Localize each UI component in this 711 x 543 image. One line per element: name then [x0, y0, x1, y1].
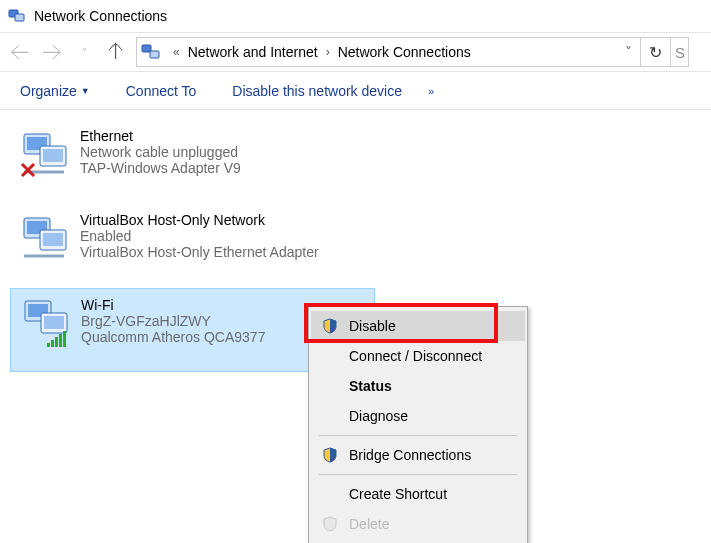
ctx-delete[interactable]: Delete	[311, 509, 525, 539]
breadcrumb-seg-2[interactable]: Network Connections	[336, 44, 473, 60]
adapter-status: Enabled	[80, 228, 319, 244]
shield-icon	[319, 318, 341, 334]
overflow-label: »	[428, 85, 434, 97]
ethernet-unplugged-icon	[18, 128, 72, 182]
disable-device-button[interactable]: Disable this network device	[214, 72, 420, 109]
ctx-connect[interactable]: Connect / Disconnect	[311, 341, 525, 371]
breadcrumb-root-chevron[interactable]: «	[167, 45, 186, 59]
title-bar: Network Connections	[0, 0, 711, 32]
adapter-device: Qualcomm Atheros QCA9377	[81, 329, 265, 345]
up-button[interactable]: 🡡	[100, 36, 132, 68]
svg-rect-17	[44, 316, 64, 329]
ctx-disable[interactable]: Disable	[311, 311, 525, 341]
ctx-diagnose-label: Diagnose	[349, 408, 408, 424]
ctx-bridge[interactable]: Bridge Connections	[311, 440, 525, 470]
ctx-status[interactable]: Status	[311, 371, 525, 401]
ethernet-icon	[18, 212, 72, 266]
adapter-status: Network cable unplugged	[80, 144, 241, 160]
command-bar: Organize ▼ Connect To Disable this netwo…	[0, 72, 711, 110]
adapter-status: BrgZ-VGFzaHJlZWY	[81, 313, 265, 329]
adapter-name: Wi-Fi	[81, 297, 265, 313]
adapter-ethernet[interactable]: Ethernet Network cable unplugged TAP-Win…	[10, 120, 375, 204]
ctx-shortcut[interactable]: Create Shortcut	[311, 479, 525, 509]
svg-rect-19	[51, 340, 54, 347]
nav-bar: 🡠 🡢 ˅ 🡡 « Network and Internet › Network…	[0, 32, 711, 72]
chevron-down-icon: ▼	[81, 86, 90, 96]
address-dropdown[interactable]: ˅	[621, 44, 636, 60]
ctx-diagnose[interactable]: Diagnose	[311, 401, 525, 431]
svg-rect-20	[55, 337, 58, 347]
overflow-button[interactable]: »	[420, 85, 442, 97]
separator	[319, 435, 517, 436]
adapter-name: Ethernet	[80, 128, 241, 144]
search-input[interactable]: S	[671, 37, 689, 67]
network-connections-icon	[8, 7, 26, 25]
svg-rect-1	[15, 14, 24, 21]
connect-to-label: Connect To	[126, 83, 197, 99]
svg-rect-22	[63, 331, 66, 347]
organize-label: Organize	[20, 83, 77, 99]
ctx-bridge-label: Bridge Connections	[349, 447, 471, 463]
shield-icon	[319, 516, 341, 532]
chevron-right-icon[interactable]: ›	[320, 45, 336, 59]
svg-rect-13	[43, 233, 63, 246]
adapter-virtualbox[interactable]: VirtualBox Host-Only Network Enabled Vir…	[10, 204, 340, 288]
refresh-button[interactable]: ↻	[641, 37, 671, 67]
address-bar[interactable]: « Network and Internet › Network Connect…	[136, 37, 641, 67]
shield-icon	[319, 447, 341, 463]
organize-button[interactable]: Organize ▼	[2, 72, 108, 109]
adapter-name: VirtualBox Host-Only Network	[80, 212, 319, 228]
adapter-device: VirtualBox Host-Only Ethernet Adapter	[80, 244, 319, 260]
breadcrumb-seg-1[interactable]: Network and Internet	[186, 44, 320, 60]
separator	[319, 474, 517, 475]
address-icon	[141, 43, 161, 61]
svg-rect-2	[142, 45, 151, 52]
recent-dropdown[interactable]: ˅	[68, 36, 100, 68]
ctx-shortcut-label: Create Shortcut	[349, 486, 447, 502]
adapter-device: TAP-Windows Adapter V9	[80, 160, 241, 176]
wifi-icon	[19, 297, 73, 351]
ctx-delete-label: Delete	[349, 516, 389, 532]
forward-button[interactable]: 🡢	[36, 36, 68, 68]
svg-rect-21	[59, 334, 62, 347]
svg-rect-3	[150, 51, 159, 58]
ctx-connect-label: Connect / Disconnect	[349, 348, 482, 364]
window-title: Network Connections	[34, 8, 167, 24]
back-button[interactable]: 🡠	[4, 36, 36, 68]
ctx-disable-label: Disable	[349, 318, 396, 334]
svg-rect-18	[47, 343, 50, 347]
context-menu: Disable Connect / Disconnect Status Diag…	[308, 306, 528, 543]
ctx-status-label: Status	[349, 378, 392, 394]
disable-device-label: Disable this network device	[232, 83, 402, 99]
connect-to-button[interactable]: Connect To	[108, 72, 215, 109]
svg-rect-7	[43, 149, 63, 162]
